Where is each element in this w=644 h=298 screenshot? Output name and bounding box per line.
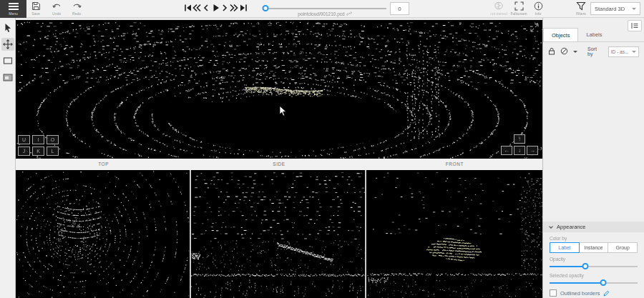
expand-view-button[interactable] [530,22,539,35]
object-list-toolbar: Sort by ID - as... [543,44,644,59]
outlined-borders-checkbox[interactable] [550,289,557,297]
ai-assist-button[interactable]: not trained [489,1,508,16]
key-l-button[interactable]: L [47,146,59,156]
edit-pencil-icon[interactable] [603,290,610,297]
key-i-button[interactable]: I [32,135,44,144]
menu-button[interactable]: Menu [0,0,26,18]
redo-button[interactable]: Redo [67,1,86,16]
front-view-label: FRONT [367,159,542,170]
brain-icon [494,1,504,11]
opacity-label: Opacity [550,257,638,262]
top-toolbar: Menu Save Undo Redo [0,0,644,18]
app-window: Menu Save Undo Redo [0,0,644,298]
color-by-label-button[interactable]: Label [550,242,580,253]
key-k-button[interactable]: K [32,146,44,156]
side-viewport[interactable] [191,170,365,298]
key-u-button[interactable]: U [18,135,30,144]
hamburger-icon [9,3,19,10]
pointcloud-filename: pointcloud/001210.pcd [263,11,386,16]
move-tool-button[interactable] [1,38,14,51]
playback-controls [183,2,248,13]
collapse-chevron-icon [549,224,553,229]
arrow-left-button[interactable]: ← [501,146,512,155]
skip-to-start-button[interactable] [183,2,192,13]
cursor-icon [3,23,13,33]
fast-rewind-icon [192,4,201,12]
select-tool-button[interactable] [1,21,14,34]
key-j-button[interactable]: J [18,146,30,156]
image-view-button[interactable] [1,71,14,84]
main-3d-viewport[interactable]: U I O J K L ↑ ← ↓ → [16,20,542,159]
frame-number-input[interactable] [390,2,409,15]
ortho-viewports [16,170,542,298]
front-viewport[interactable] [366,170,542,298]
key-o-button[interactable]: O [47,135,59,144]
lock-icon [548,47,555,55]
color-by-segmented: Label Instance Group [550,242,638,253]
skip-to-end-icon [240,4,248,12]
arrow-right-button[interactable]: → [527,146,538,155]
step-forward-icon [221,4,228,12]
arrow-down-button[interactable]: ↓ [514,146,525,155]
play-icon [212,4,220,12]
object-panel: Objects Labels Sort by ID - as... [542,18,644,298]
expand-icon [530,24,539,32]
redo-icon [72,1,82,11]
visibility-toggle-button[interactable] [560,45,568,58]
opacity-slider-thumb[interactable] [582,263,589,269]
tab-labels[interactable]: Labels [578,28,610,41]
side-view-label: SIDE [191,159,366,170]
fast-forward-button[interactable] [230,2,238,13]
undo-icon [52,1,62,11]
fast-forward-icon [230,4,238,12]
top-view-label: TOP [16,159,191,170]
lock-all-button[interactable] [548,45,555,58]
color-by-instance-button[interactable]: Instance [579,242,609,253]
timeline-track [263,8,386,9]
object-list[interactable] [543,59,644,222]
more-actions-caret[interactable] [573,51,577,53]
undo-button[interactable]: Undo [47,1,66,16]
tool-rail [0,18,16,298]
appearance-header[interactable]: Appearance [543,222,644,232]
selected-opacity-slider[interactable] [550,279,638,287]
arrow-up-button[interactable]: ↑ [514,134,525,144]
cuboid-tool-button[interactable] [1,54,14,67]
info-button[interactable]: Info [529,1,547,16]
filter-icon [576,1,586,11]
link-icon [346,11,352,16]
chevron-down-icon [632,8,636,10]
side-view-canvas[interactable] [191,170,365,298]
color-by-label: Color by [550,236,638,241]
outlined-borders-label: Outlined borders [560,290,600,297]
outlined-borders-row: Outlined borders [550,289,638,297]
step-backward-icon [203,4,210,12]
cuboid-icon [3,56,13,65]
selected-opacity-slider-thumb[interactable] [600,279,607,286]
opacity-slider[interactable] [550,263,638,270]
filters-button[interactable]: Filters [572,1,590,16]
color-by-group-button[interactable]: Group [608,242,638,253]
save-icon [31,1,41,11]
chevron-down-icon [632,51,636,53]
step-forward-button[interactable] [220,2,229,13]
panel-tabs: Objects Labels [543,28,644,42]
top-viewport[interactable] [16,170,190,298]
view-mode-select[interactable]: Standard 3D [590,2,640,15]
appearance-section: Appearance Color by Label Instance Group… [543,222,644,298]
skip-to-end-button[interactable] [239,2,248,13]
fast-rewind-button[interactable] [192,2,201,13]
front-view-canvas[interactable] [366,170,542,298]
tab-objects[interactable]: Objects [543,28,578,41]
step-backward-button[interactable] [202,2,210,13]
top-view-canvas[interactable] [16,170,190,298]
lidar-pointcloud-canvas[interactable] [16,20,542,159]
camera-key-pad: U I O J K L [18,135,59,156]
play-button[interactable] [211,2,220,13]
save-button[interactable]: Save [26,1,45,16]
fullscreen-button[interactable]: Fullscreen [509,1,528,16]
ortho-label-strip: TOP SIDE FRONT [16,159,542,170]
camera-arrow-pad: ↑ ← ↓ → [501,134,539,156]
sort-select[interactable]: ID - as... [608,46,639,57]
visibility-off-icon [560,47,568,55]
